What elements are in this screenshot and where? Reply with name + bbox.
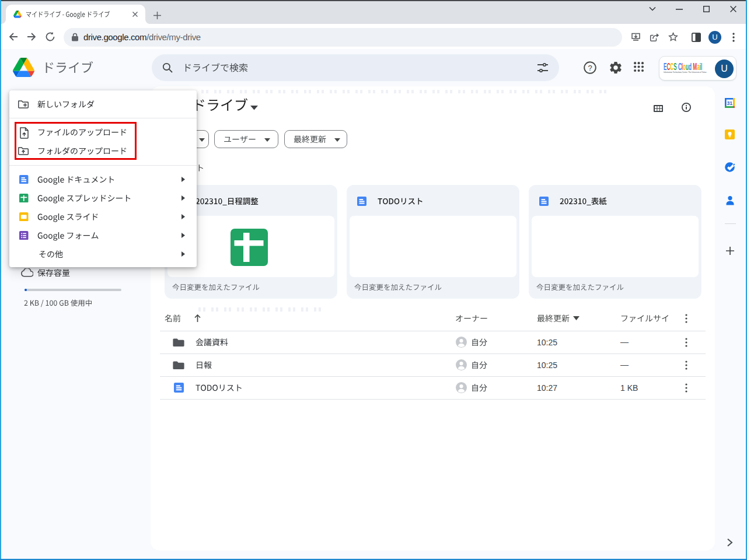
svg-text:?: ? <box>588 64 592 72</box>
svg-text:31: 31 <box>727 100 733 106</box>
